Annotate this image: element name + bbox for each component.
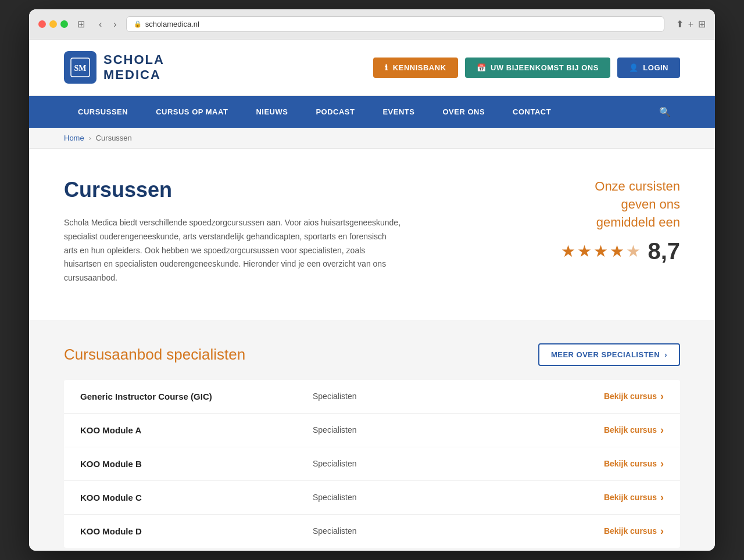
course-link-text-0: Bekijk cursus [604,392,657,401]
nav-item-contact[interactable]: CONTACT [499,97,565,127]
course-link-1[interactable]: Bekijk cursus › [604,424,664,436]
course-list: Generic Instructor Course (GIC) Speciali… [64,380,680,548]
course-name-0: Generic Instructor Course (GIC) [80,392,313,401]
address-bar[interactable]: 🔒 scholamedica.nl [126,16,664,32]
chevron-right-icon-4: › [660,525,664,537]
browser-actions: ⬆ + ⊞ [676,19,706,30]
course-link-text-3: Bekijk cursus [604,493,657,502]
star-1: ★ [561,242,575,261]
hero-section: Cursussen Schola Medica biedt verschille… [29,149,715,320]
user-icon: 👤 [629,63,639,72]
chevron-right-icon-1: › [660,424,664,436]
chevron-right-icon-3: › [660,491,664,504]
kennisbank-button[interactable]: ℹ KENNISBANK [373,58,457,78]
course-category-2: Specialisten [313,459,604,468]
breadcrumb-home[interactable]: Home [64,134,84,142]
logo-line1: SCHOLA [103,52,164,67]
chevron-right-icon-0: › [660,390,664,403]
forward-button[interactable]: › [111,18,119,31]
star-5-half: ★ [626,242,641,261]
star-4: ★ [610,242,624,261]
nav-item-cursus-op-maat[interactable]: CURSUS OP MAAT [142,97,242,127]
meer-label: MEER OVER SPECIALISTEN [551,350,660,359]
header-buttons: ℹ KENNISBANK 📅 UW BIJEENKOMST BIJ ONS 👤 … [373,58,680,78]
logo-icon: SM [64,51,96,84]
course-category-4: Specialisten [313,526,604,536]
course-link-0[interactable]: Bekijk cursus › [604,390,664,403]
kennisbank-label: KENNISBANK [393,63,446,72]
course-link-3[interactable]: Bekijk cursus › [604,491,664,504]
course-row: KOO Module C Specialisten Bekijk cursus … [64,481,680,515]
nav-item-nieuws[interactable]: NIEUWS [242,97,302,127]
nav-item-events[interactable]: EVENTS [369,97,428,127]
meer-specialisten-button[interactable]: MEER OVER SPECIALISTEN › [538,343,680,366]
star-rating: ★ ★ ★ ★ ★ [561,242,641,261]
logo-line2: MEDICA [103,67,164,82]
bijeenkomst-label: UW BIJEENKOMST BIJ ONS [491,63,599,72]
nav-item-cursussen[interactable]: CURSUSSEN [64,97,142,127]
courses-header: Cursusaanbod specialisten MEER OVER SPEC… [64,343,680,366]
site-header: SM SCHOLA MEDICA ℹ KENNISBANK 📅 UW BIJEE… [29,40,715,96]
rating-line2: geven ons [561,196,680,214]
hero-description: Schola Medica biedt verschillende spoedz… [64,216,401,285]
course-link-4[interactable]: Bekijk cursus › [604,525,664,537]
course-row: KOO Module B Specialisten Bekijk cursus … [64,447,680,481]
star-2: ★ [577,242,592,261]
course-link-2[interactable]: Bekijk cursus › [604,458,664,470]
rating-line1: Onze cursisten [561,178,680,196]
course-name-4: KOO Module D [80,526,313,536]
breadcrumb-separator: › [89,134,91,142]
site-nav: CURSUSSEN CURSUS OP MAAT NIEUWS PODCAST … [29,96,715,128]
login-button[interactable]: 👤 LOGIN [617,58,680,78]
breadcrumb: Home › Cursussen [29,128,715,149]
hero-left: Cursussen Schola Medica biedt verschille… [64,178,401,285]
svg-text:SM: SM [74,64,87,73]
course-link-text-2: Bekijk cursus [604,459,657,468]
course-category-3: Specialisten [313,493,604,502]
website-content: SM SCHOLA MEDICA ℹ KENNISBANK 📅 UW BIJEE… [29,40,715,551]
rating-text: Onze cursisten geven ons gemiddeld een [561,178,680,231]
course-name-1: KOO Module A [80,425,313,435]
nav-item-over-ons[interactable]: OVER ONS [428,97,499,127]
bijeenkomst-button[interactable]: 📅 UW BIJEENKOMST BIJ ONS [465,58,610,78]
logo-text: SCHOLA MEDICA [103,52,164,83]
rating-row: ★ ★ ★ ★ ★ 8,7 [561,238,680,264]
hero-rating: Onze cursisten geven ons gemiddeld een ★… [561,178,680,264]
breadcrumb-current: Cursussen [96,134,132,142]
course-category-0: Specialisten [313,392,604,401]
star-3: ★ [593,242,608,261]
grid-button[interactable]: ⊞ [698,19,706,30]
course-category-1: Specialisten [313,425,604,435]
logo-svg: SM [70,57,91,78]
course-link-text-4: Bekijk cursus [604,526,657,536]
chevron-right-icon-2: › [660,458,664,470]
chevron-right-icon: › [664,350,667,359]
fullscreen-button[interactable] [60,20,68,28]
course-name-2: KOO Module B [80,459,313,469]
login-label: LOGIN [643,63,668,72]
nav-item-podcast[interactable]: PODCAST [302,97,369,127]
minimize-button[interactable] [49,20,57,28]
share-button[interactable]: ⬆ [676,19,684,30]
browser-window: ⊞ ‹ › 🔒 scholamedica.nl ⬆ + ⊞ SM [29,9,715,551]
course-link-text-1: Bekijk cursus [604,425,657,435]
back-button[interactable]: ‹ [96,18,104,31]
course-row: Generic Instructor Course (GIC) Speciali… [64,380,680,414]
course-row: KOO Module A Specialisten Bekijk cursus … [64,414,680,447]
course-name-3: KOO Module C [80,493,313,502]
traffic-lights [38,20,68,28]
calendar-icon: 📅 [477,63,487,72]
lock-icon: 🔒 [134,20,142,28]
browser-chrome: ⊞ ‹ › 🔒 scholamedica.nl ⬆ + ⊞ [29,9,715,40]
new-tab-button[interactable]: + [688,19,693,30]
sidebar-toggle-button[interactable]: ⊞ [75,17,87,31]
course-row: KOO Module D Specialisten Bekijk cursus … [64,515,680,548]
search-icon[interactable]: 🔍 [650,96,680,128]
close-button[interactable] [38,20,46,28]
page-title: Cursussen [64,178,401,202]
rating-line3: gemiddeld een [561,214,680,232]
courses-section-title: Cursusaanbod specialisten [64,346,245,364]
info-icon: ℹ [385,63,388,72]
url-text: scholamedica.nl [145,20,199,28]
rating-number: 8,7 [648,238,680,264]
